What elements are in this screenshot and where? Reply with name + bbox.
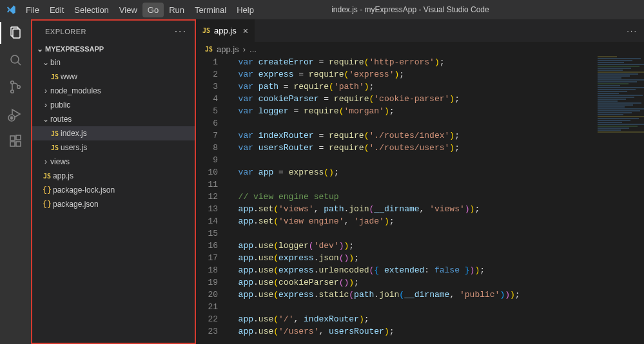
svg-rect-11 bbox=[16, 142, 21, 146]
svg-rect-9 bbox=[10, 136, 15, 140]
source-control-activity-icon[interactable] bbox=[7, 79, 24, 95]
svg-point-2 bbox=[11, 55, 19, 63]
tab-label: app.js bbox=[214, 26, 237, 35]
close-tab-icon[interactable]: × bbox=[240, 26, 248, 36]
tree-item-label: routes bbox=[50, 115, 72, 124]
menu-terminal[interactable]: Terminal bbox=[190, 3, 231, 17]
js-file-icon: JS bbox=[49, 144, 61, 151]
js-file-icon: JS bbox=[49, 73, 61, 81]
file-index-js[interactable]: JSindex.js bbox=[32, 126, 195, 140]
menu-view[interactable]: View bbox=[114, 3, 142, 17]
tree-item-label: index.js bbox=[61, 129, 87, 138]
code-editor[interactable]: 1234567891011121314151617181920212223 va… bbox=[196, 56, 644, 344]
explorer-section-header[interactable]: ⌄ MYEXPRESSAPP bbox=[32, 43, 195, 55]
tree-item-label: bin bbox=[50, 58, 61, 67]
folder-bin[interactable]: ⌄bin bbox=[32, 55, 195, 70]
breadcrumb-file: app.js bbox=[217, 44, 239, 54]
chevron-down-icon: ⌄ bbox=[41, 58, 50, 67]
svg-rect-1 bbox=[13, 29, 20, 38]
chevron-right-icon: › bbox=[41, 157, 50, 166]
tree-item-label: node_modules bbox=[50, 86, 101, 95]
vscode-logo-icon bbox=[5, 4, 17, 15]
menu-bar: FileEditSelectionViewGoRunTerminalHelp bbox=[21, 3, 259, 17]
file-package-lock-json[interactable]: {}package-lock.json bbox=[32, 183, 195, 197]
activity-bar bbox=[0, 19, 31, 344]
folder-public[interactable]: ›public bbox=[32, 98, 195, 112]
extensions-activity-icon[interactable] bbox=[7, 133, 24, 149]
svg-point-6 bbox=[17, 86, 21, 89]
breadcrumb[interactable]: JS app.js › ... bbox=[196, 42, 644, 56]
explorer-activity-icon[interactable] bbox=[7, 24, 24, 41]
menu-go[interactable]: Go bbox=[142, 3, 164, 17]
js-file-icon: JS bbox=[49, 130, 61, 137]
breadcrumb-rest: ... bbox=[249, 44, 257, 54]
tree-item-label: views bbox=[50, 157, 70, 166]
file-tree: ⌄binJSwww›node_modules›public⌄routesJSin… bbox=[32, 55, 195, 214]
json-file-icon: {} bbox=[41, 200, 53, 209]
search-activity-icon[interactable] bbox=[7, 52, 24, 68]
tab-bar: JS app.js × ··· bbox=[196, 19, 644, 42]
title-bar: FileEditSelectionViewGoRunTerminalHelp i… bbox=[0, 0, 644, 19]
tree-item-label: www bbox=[61, 72, 77, 81]
svg-rect-12 bbox=[16, 135, 21, 140]
file-www[interactable]: JSwww bbox=[32, 70, 195, 84]
menu-run[interactable]: Run bbox=[164, 3, 190, 17]
sidebar-more-icon[interactable]: ··· bbox=[175, 26, 187, 37]
chevron-right-icon: › bbox=[41, 86, 50, 95]
editor-tab[interactable]: JS app.js × bbox=[196, 19, 255, 42]
menu-file[interactable]: File bbox=[21, 3, 44, 17]
chevron-right-icon: › bbox=[41, 100, 50, 110]
editor-more-icon[interactable]: ··· bbox=[627, 19, 644, 42]
explorer-sidebar: EXPLORER ··· ⌄ MYEXPRESSAPP ⌄binJSwww›no… bbox=[31, 19, 196, 344]
tree-item-label: public bbox=[50, 100, 70, 110]
json-file-icon: {} bbox=[41, 186, 53, 195]
tree-item-label: package-lock.json bbox=[53, 186, 115, 195]
sidebar-title: EXPLORER bbox=[45, 28, 86, 35]
svg-line-3 bbox=[18, 62, 21, 66]
sidebar-header: EXPLORER ··· bbox=[32, 21, 195, 43]
chevron-down-icon: ⌄ bbox=[41, 115, 50, 124]
run-debug-activity-icon[interactable] bbox=[7, 106, 24, 122]
menu-edit[interactable]: Edit bbox=[44, 3, 69, 17]
chevron-down-icon: ⌄ bbox=[35, 44, 45, 53]
window-title: index.js - myExpressApp - Visual Studio … bbox=[259, 5, 561, 14]
js-file-icon: JS bbox=[202, 27, 210, 34]
editor-area: JS app.js × ··· JS app.js › ... 12345678… bbox=[196, 19, 644, 344]
js-file-icon: JS bbox=[205, 46, 213, 53]
breadcrumb-separator: › bbox=[243, 44, 246, 54]
code-content[interactable]: var createError = require('http-errors')… bbox=[228, 56, 644, 344]
svg-rect-10 bbox=[10, 142, 15, 146]
js-file-icon: JS bbox=[41, 173, 53, 180]
menu-help[interactable]: Help bbox=[231, 3, 259, 17]
menu-selection[interactable]: Selection bbox=[69, 3, 113, 17]
folder-node_modules[interactable]: ›node_modules bbox=[32, 84, 195, 98]
folder-views[interactable]: ›views bbox=[32, 155, 195, 169]
line-number-gutter: 1234567891011121314151617181920212223 bbox=[196, 56, 228, 344]
tree-item-label: package.json bbox=[53, 200, 99, 209]
tree-item-label: users.js bbox=[61, 143, 87, 152]
workspace-name: MYEXPRESSAPP bbox=[45, 45, 104, 53]
svg-point-5 bbox=[11, 90, 14, 93]
tree-item-label: app.js bbox=[53, 171, 73, 180]
svg-point-4 bbox=[11, 81, 14, 84]
folder-routes[interactable]: ⌄routes bbox=[32, 112, 195, 126]
file-package-json[interactable]: {}package.json bbox=[32, 197, 195, 211]
file-app-js[interactable]: JSapp.js bbox=[32, 169, 195, 183]
file-users-js[interactable]: JSusers.js bbox=[32, 140, 195, 155]
